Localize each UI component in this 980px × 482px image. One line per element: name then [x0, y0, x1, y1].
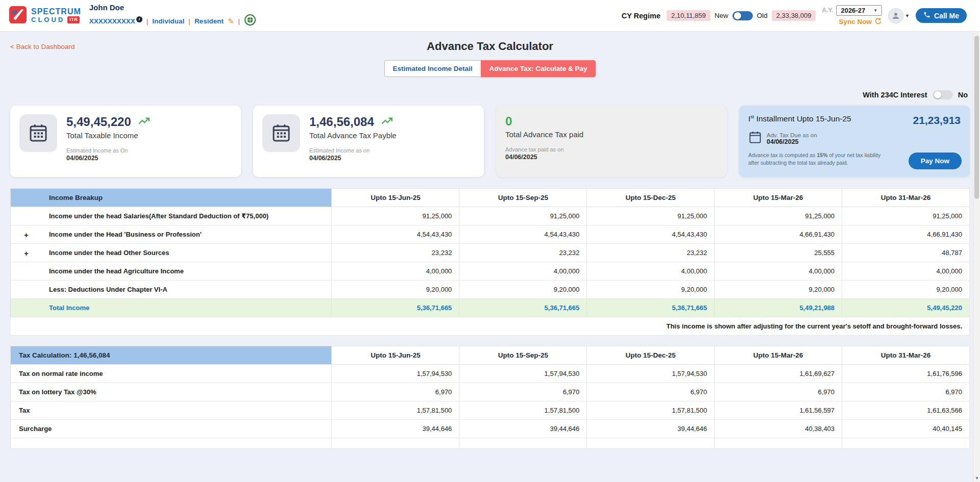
- income-tax-emblem-icon[interactable]: [244, 14, 256, 29]
- with-234c-interest-label: With 234C Interest: [863, 91, 927, 99]
- regime-switcher: CY Regime 2,10,11,859 New Old 2,33,38,00…: [622, 10, 816, 21]
- total-row: Total Income5,36,71,6655,36,71,6655,36,7…: [11, 299, 970, 317]
- cell-value: 4,66,91,430: [842, 225, 970, 244]
- app-logo[interactable]: SPECTRUM CLOUD ITR: [8, 5, 81, 27]
- cell-value: 6,970: [715, 383, 842, 401]
- cell-value: [842, 438, 970, 449]
- cell-value: 1,57,81,500: [332, 401, 459, 420]
- scrollbar-thumb[interactable]: [974, 36, 979, 199]
- installment-amount: 21,23,913: [913, 114, 961, 126]
- edit-pencil-icon[interactable]: ✎: [228, 16, 234, 27]
- cell-value: 5,36,71,665: [459, 299, 587, 317]
- back-to-dashboard-link[interactable]: < Back to Dashboard: [10, 43, 75, 50]
- cell-value: 4,54,43,430: [459, 225, 587, 244]
- assessment-year-select[interactable]: 2026-27 ▼: [836, 5, 882, 16]
- total-advance-tax-paid-card: 0 Total Advance Tax paid Advance tax pai…: [496, 106, 727, 177]
- row-label: Income under the head Agriculture Income: [11, 262, 332, 281]
- user-pan[interactable]: XXXXXXXXXXi: [89, 16, 142, 26]
- cell-value: [715, 438, 842, 449]
- cell-value: 23,232: [459, 244, 587, 262]
- row-label: +Income under the Head 'Business or Prof…: [11, 225, 332, 244]
- profile-chevron-icon[interactable]: ▼: [905, 13, 910, 18]
- scroll-down-arrow[interactable]: ▼: [973, 474, 980, 482]
- old-regime-label: Old: [757, 12, 768, 19]
- avatar[interactable]: [888, 8, 903, 23]
- table-row: Income under the head Agriculture Income…: [11, 262, 970, 281]
- cell-value: 6,970: [587, 383, 715, 401]
- cell-value: 39,44,646: [459, 420, 587, 438]
- card-value: 0: [505, 114, 512, 129]
- cell-value: 1,61,56,597: [715, 401, 842, 420]
- calendar-icon: [19, 114, 57, 152]
- cell-value: 1,57,81,500: [459, 401, 587, 420]
- cell-value: 6,970: [842, 383, 970, 401]
- cell-value: 1,57,94,530: [587, 365, 715, 383]
- vertical-scrollbar[interactable]: ▼: [973, 32, 980, 482]
- profile-menu[interactable]: ▼: [888, 8, 910, 23]
- column-header: Upto 31-Mar-26: [842, 189, 970, 207]
- cell-value: 23,232: [332, 244, 459, 262]
- user-name: John Doe: [89, 3, 256, 13]
- card-title: Total Taxable Income: [66, 131, 151, 140]
- calendar-icon: [262, 114, 300, 152]
- due-label: Adv. Tax Due as on: [767, 132, 817, 138]
- row-label: Tax on normal rate income: [11, 365, 332, 383]
- tab-bar: Estimated Income Detail Advance Tax: Cal…: [10, 60, 970, 77]
- table-row: Surcharge39,44,64639,44,64639,44,64640,3…: [11, 420, 970, 438]
- cell-value: 9,20,000: [459, 281, 587, 299]
- 234c-interest-toggle[interactable]: [933, 90, 953, 99]
- expand-row-button[interactable]: +: [24, 248, 29, 257]
- row-label: Less: Deductions Under Chapter VI-A: [11, 281, 332, 299]
- sync-now-link[interactable]: Sync Now: [839, 17, 883, 27]
- row-label: Tax on lottery Tax @30%: [11, 383, 332, 401]
- table-row: Tax on normal rate income1,57,94,5301,57…: [11, 365, 970, 383]
- column-header: Upto 15-Mar-26: [715, 346, 842, 365]
- table-row: Tax1,57,81,5001,57,81,5001,57,81,5001,61…: [11, 401, 970, 420]
- info-icon[interactable]: i: [136, 16, 142, 22]
- card-date: 04/06/2025: [66, 155, 151, 162]
- pay-now-button[interactable]: Pay Now: [909, 153, 962, 169]
- cell-value: 1,61,63,566: [842, 401, 970, 420]
- cell-value: 4,54,43,430: [332, 225, 459, 244]
- tab-advance-tax-calculate-pay[interactable]: Advance Tax: Calculate & Pay: [481, 60, 596, 77]
- card-title: Total Advance Tax Payble: [309, 131, 397, 140]
- column-header: Upto 15-Dec-25: [587, 346, 715, 365]
- cell-value: 1,57,81,500: [587, 401, 715, 420]
- call-me-button[interactable]: Call Me: [916, 8, 967, 23]
- cell-value: [332, 438, 459, 449]
- cell-value: 4,00,000: [842, 262, 970, 281]
- cell-value: 91,25,000: [842, 207, 970, 225]
- expand-row-button[interactable]: +: [24, 230, 29, 239]
- cell-value: 48,787: [842, 244, 970, 262]
- ay-label: A.Y.: [822, 7, 833, 14]
- cell-value: 1,61,69,627: [715, 365, 842, 383]
- cell-value: 91,25,000: [459, 207, 587, 225]
- cell-value: 5,36,71,665: [587, 299, 715, 317]
- row-label: Surcharge: [11, 420, 332, 438]
- regime-toggle[interactable]: [732, 11, 753, 20]
- summary-cards: 5,49,45,220 Total Taxable Income Estimat…: [10, 106, 970, 177]
- user-residency: Resident: [194, 17, 224, 26]
- card-date: 04/06/2025: [505, 154, 718, 161]
- cell-value: 40,38,403: [715, 420, 842, 438]
- card-subtitle: Estimated Income as on: [309, 147, 397, 154]
- cell-value: 9,20,000: [842, 281, 970, 299]
- cell-value: 6,970: [459, 383, 587, 401]
- row-label: [11, 438, 332, 449]
- row-label: +Income under the head Other Sources: [11, 244, 332, 262]
- first-installment-card: Ist Installment Upto 15-Jun-25 21,23,913…: [739, 106, 970, 177]
- row-label: Income under the head Salaries(After Sta…: [11, 207, 332, 225]
- column-header: Upto 15-Jun-25: [332, 189, 459, 207]
- cell-value: 39,44,646: [587, 420, 715, 438]
- total-advance-tax-payable-card: 1,46,56,084 Total Advance Tax Payble Est…: [253, 106, 484, 177]
- table-note-row: This income is shown after adjusting for…: [11, 317, 970, 336]
- cell-value: 4,00,000: [459, 262, 587, 281]
- cell-value: [587, 438, 715, 449]
- separator: |: [146, 17, 149, 26]
- row-label: Tax: [11, 401, 332, 420]
- cy-regime-label: CY Regime: [622, 12, 660, 20]
- tab-estimated-income-detail[interactable]: Estimated Income Detail: [384, 60, 481, 77]
- cell-value: 9,20,000: [715, 281, 842, 299]
- tax-calculation-table: Tax Calculation:1,46,56,084 Upto 15-Jun-…: [10, 346, 970, 449]
- user-type: Individual: [152, 17, 184, 26]
